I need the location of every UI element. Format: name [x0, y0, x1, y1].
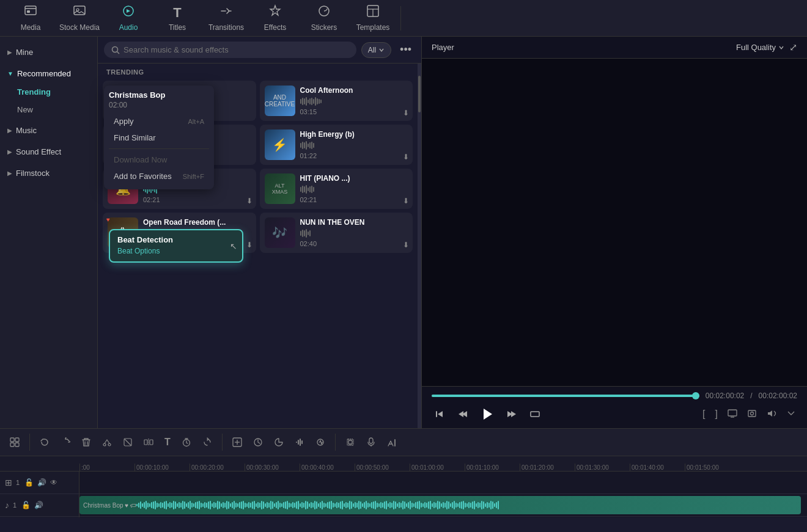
- sidebar-category-sound-effect[interactable]: ▶ Sound Effect: [0, 142, 97, 161]
- eye-icon[interactable]: 👁: [50, 478, 57, 487]
- frame-back-button[interactable]: [455, 406, 471, 422]
- download-icon[interactable]: ⬇: [246, 241, 252, 249]
- download-icon[interactable]: ⬇: [403, 109, 409, 117]
- audio-card-alt-christmas[interactable]: ALTXMAS HIT (PIANO ...) 02:21 ⬇: [260, 169, 413, 209]
- toolbar-item-media[interactable]: Media: [6, 1, 55, 35]
- audio-card-high-energy[interactable]: ⚡ High Energy (b) 01:22 ⬇: [260, 125, 413, 165]
- quality-selector[interactable]: Full Quality: [736, 43, 784, 52]
- time-current: 00:02:00:02: [706, 392, 744, 400]
- audio-card-cool-afternoon[interactable]: AND CREATIVE Cool Afternoon 03:15 ⬇: [260, 81, 413, 121]
- sidebar-category-music[interactable]: ▶ Music: [0, 121, 97, 140]
- layout-button[interactable]: [6, 434, 23, 451]
- sidebar-section-sound-effect: ▶ Sound Effect: [0, 142, 97, 161]
- text-button[interactable]: T: [161, 433, 174, 451]
- toolbar-stock-label: Stock Media: [59, 23, 100, 32]
- color-button[interactable]: [270, 434, 287, 451]
- sidebar-section-filmstock: ▶ Filmstock: [0, 164, 97, 183]
- voice-button[interactable]: [363, 434, 380, 451]
- context-menu-add-favorites[interactable]: Add to Favorites Shift+F: [109, 168, 209, 184]
- toolbar-item-stock-media[interactable]: Stock Media: [55, 1, 104, 35]
- skip-back-button[interactable]: [432, 406, 448, 422]
- maximize-button[interactable]: ⤢: [789, 42, 797, 53]
- audio-edit-button[interactable]: [291, 434, 308, 451]
- speed-button[interactable]: [249, 434, 267, 451]
- download-icon[interactable]: ⬇: [403, 153, 409, 161]
- effects-icon: [268, 4, 282, 21]
- lock-icon[interactable]: 🔓: [24, 478, 34, 487]
- sidebar-item-new[interactable]: New: [0, 101, 97, 118]
- toolbar-item-effects[interactable]: Effects: [251, 1, 300, 35]
- sidebar-category-recommended[interactable]: ▼ Recommended: [0, 64, 97, 83]
- controls-row: [ ]: [432, 405, 797, 423]
- toolbar-divider: [400, 6, 401, 31]
- search-input-wrap[interactable]: [104, 42, 356, 58]
- trending-label: TRENDING: [98, 64, 418, 78]
- ai-button[interactable]: [383, 434, 400, 451]
- add-media-button[interactable]: [229, 434, 246, 451]
- toolbar-item-transitions[interactable]: Transitions: [202, 1, 251, 35]
- no-cut-button[interactable]: [119, 434, 136, 451]
- timeline-tracks: ⊞ 1 🔓 🔊 👁 ♪ 1 🔓 🔊 Christmas Bop ♥ 🏷: [0, 472, 807, 517]
- more-options-button[interactable]: •••: [396, 42, 415, 57]
- volume-track-icon[interactable]: 🔊: [37, 478, 46, 487]
- context-menu-find-similar[interactable]: Find Similar: [109, 129, 209, 146]
- scroll-indicator[interactable]: [418, 64, 421, 428]
- delete-button[interactable]: [78, 434, 95, 451]
- sidebar-category-mine[interactable]: ▶ Mine: [0, 43, 97, 62]
- play-button[interactable]: [478, 405, 496, 423]
- audio-card-title: High Energy (b): [300, 130, 408, 139]
- cursor-pointer-icon: ↖: [230, 241, 237, 251]
- volume-button[interactable]: [765, 407, 778, 421]
- bracket-right-button[interactable]: ]: [714, 407, 719, 421]
- progress-track[interactable]: [432, 395, 699, 397]
- filter-pill[interactable]: All: [361, 42, 391, 58]
- redo-button[interactable]: [57, 434, 74, 451]
- progress-bar-wrap: 00:02:00:02 / 00:02:00:02: [432, 392, 797, 400]
- context-menu-apply[interactable]: Apply Alt+A: [109, 113, 209, 129]
- toolbar-item-titles[interactable]: T Titles: [153, 1, 202, 35]
- audio-mute-icon[interactable]: 🔊: [34, 501, 43, 509]
- monitor-button[interactable]: [726, 407, 739, 421]
- sidebar-category-filmstock[interactable]: ▶ Filmstock: [0, 164, 97, 183]
- toolbar-item-templates[interactable]: Templates: [348, 1, 397, 35]
- split-button[interactable]: [140, 434, 157, 451]
- toolbar-audio-label: Audio: [119, 23, 138, 32]
- toolbar-item-audio[interactable]: Audio: [104, 1, 153, 35]
- bracket-left-button[interactable]: [: [701, 407, 706, 421]
- download-icon[interactable]: ⬇: [246, 197, 252, 205]
- download-icon[interactable]: ⬇: [403, 197, 409, 205]
- screenshot-button[interactable]: [746, 407, 758, 421]
- track-row-video1: [79, 472, 807, 494]
- player-section: Player Full Quality ⤢ 00:02:00:02 /: [422, 37, 807, 428]
- waveform: [300, 97, 408, 106]
- track-row-audio1: Christmas Bop ♥ 🏷 (function() { const he…: [79, 494, 807, 517]
- crop-button[interactable]: [785, 407, 797, 421]
- rotate-button[interactable]: [199, 434, 216, 451]
- undo-button[interactable]: [36, 434, 53, 451]
- sidebar-sound-effect-label: Sound Effect: [16, 147, 61, 156]
- frame-forward-button[interactable]: [504, 406, 520, 422]
- audio-card-title: Open Road Freedom (...: [143, 218, 251, 227]
- sidebar-item-trending[interactable]: Trending: [0, 83, 97, 101]
- track-waveform: (function() { const heights = [4,8,12,6,…: [136, 496, 797, 514]
- toolbar-item-stickers[interactable]: Stickers: [300, 1, 348, 35]
- fullscreen-button[interactable]: [527, 406, 543, 422]
- audio-card-duration: 03:15: [300, 108, 408, 115]
- scroll-thumb: [418, 76, 421, 112]
- progress-thumb[interactable]: [692, 392, 699, 399]
- audio-card-nun-oven[interactable]: 🎶 NUN IN THE OVEN 02:40 ⬇: [260, 213, 413, 253]
- svg-line-25: [124, 439, 131, 446]
- cut-button[interactable]: [98, 434, 116, 451]
- find-similar-label: Find Similar: [114, 133, 156, 142]
- download-icon[interactable]: ⬇: [403, 241, 409, 249]
- timer-button[interactable]: [178, 434, 195, 451]
- beat-edit-button[interactable]: [312, 434, 329, 451]
- audio-lock-icon[interactable]: 🔓: [21, 501, 31, 509]
- sidebar-section-mine: ▶ Mine: [0, 43, 97, 62]
- transform-button[interactable]: [342, 434, 359, 451]
- audio-track-clip[interactable]: Christmas Bop ♥ 🏷 (function() { const he…: [79, 496, 801, 514]
- templates-icon: [366, 4, 380, 21]
- search-input[interactable]: [123, 45, 349, 54]
- recommended-arrow-icon: ▼: [7, 70, 13, 77]
- filmstock-arrow-icon: ▶: [7, 170, 12, 177]
